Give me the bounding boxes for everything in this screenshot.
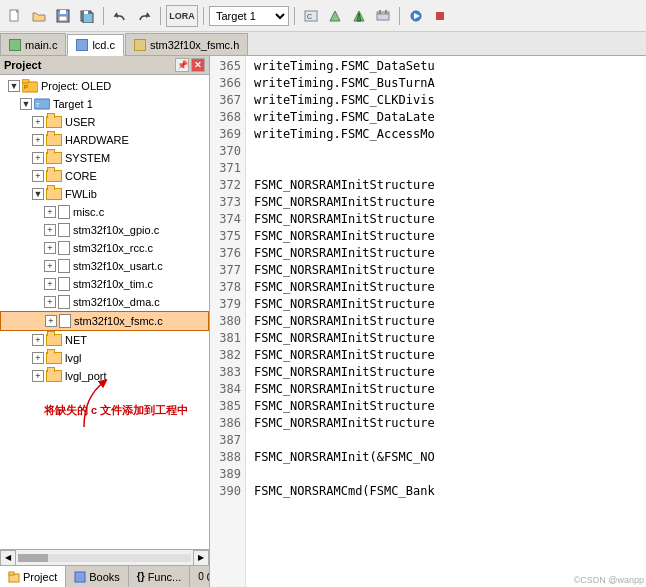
tree-file-misc-c[interactable]: + misc.c [0, 203, 209, 221]
code-line-390: FSMC_NORSRAMCmd(FSMC_Bank [254, 483, 638, 500]
save-all-button[interactable] [76, 5, 98, 27]
usart-expand-icon[interactable]: + [44, 260, 56, 272]
new-button[interactable] [4, 5, 26, 27]
system-expand-icon[interactable]: + [32, 152, 44, 164]
tree-file-fsmc-c[interactable]: + stm32f10x_fsmc.c [0, 311, 209, 331]
lvgl-folder-label: lvgl [65, 350, 82, 366]
tab-fsmc-h[interactable]: stm32f10x_fsmc.h [125, 33, 248, 55]
separator-1 [103, 7, 104, 25]
scroll-right-button[interactable]: ▶ [193, 550, 209, 566]
fwlib-expand-icon[interactable]: ▼ [32, 188, 44, 200]
scroll-thumb[interactable] [18, 554, 48, 562]
stop-button[interactable] [429, 5, 451, 27]
dma-expand-icon[interactable]: + [44, 296, 56, 308]
line-num-376: 376 [214, 245, 241, 262]
hardware-expand-icon[interactable]: + [32, 134, 44, 146]
misc-c-label: misc.c [73, 204, 104, 220]
tree-folder-core[interactable]: + CORE [0, 167, 209, 185]
fwlib-folder-icon [46, 188, 62, 200]
code-line-381: FSMC_NORSRAMInitStructure [254, 330, 638, 347]
zero-tab-icon: 0 [198, 571, 204, 582]
user-folder-icon [46, 116, 62, 128]
scroll-track[interactable] [18, 554, 191, 562]
fsmc-expand-icon[interactable]: + [45, 315, 57, 327]
debug-button[interactable] [405, 5, 427, 27]
bottom-tab-project[interactable]: Project [0, 566, 66, 587]
tab-main-c[interactable]: main.c [0, 33, 66, 55]
code-view[interactable]: 365 366 367 368 369 370 371 372 373 374 … [210, 56, 646, 587]
tab-lcd-c[interactable]: lcd.c [67, 34, 124, 56]
code-line-380: FSMC_NORSRAMInitStructure [254, 313, 638, 330]
misc-expand-icon[interactable]: + [44, 206, 56, 218]
tab-icon-lcd-c [76, 39, 88, 51]
lvgl-expand-icon[interactable]: + [32, 352, 44, 364]
bottom-tab-zero[interactable]: 0 0... [190, 566, 210, 587]
target1-expand-icon[interactable]: ▼ [20, 98, 32, 110]
tab-icon-main-c [9, 39, 21, 51]
rebuild-button[interactable] [348, 5, 370, 27]
lvgl-port-expand-icon[interactable]: + [32, 370, 44, 382]
code-line-376: FSMC_NORSRAMInitStructure [254, 245, 638, 262]
user-expand-icon[interactable]: + [32, 116, 44, 128]
dma-c-label: stm32f10x_dma.c [73, 294, 160, 310]
tim-expand-icon[interactable]: + [44, 278, 56, 290]
books-tab-icon [74, 571, 86, 583]
gpio-expand-icon[interactable]: + [44, 224, 56, 236]
svg-rect-2 [60, 10, 66, 14]
svg-rect-17 [385, 10, 387, 14]
panel-close-button[interactable]: ✕ [191, 58, 205, 72]
open-button[interactable] [28, 5, 50, 27]
line-num-368: 368 [214, 109, 241, 126]
code-line-375: FSMC_NORSRAMInitStructure [254, 228, 638, 245]
tree-target-1[interactable]: ▼ T Target 1 [0, 95, 209, 113]
tree-file-gpio-c[interactable]: + stm32f10x_gpio.c [0, 221, 209, 239]
code-content[interactable]: writeTiming.FSMC_DataSetu writeTiming.FS… [246, 56, 646, 587]
code-line-371 [254, 160, 638, 177]
tab-label-main-c: main.c [25, 39, 57, 51]
line-num-389: 389 [214, 466, 241, 483]
tree-root[interactable]: ▼ P Project: OLED [0, 77, 209, 95]
rcc-expand-icon[interactable]: + [44, 242, 56, 254]
watermark: ©CSDN @wanpp [574, 575, 644, 585]
root-expand-icon[interactable]: ▼ [8, 80, 20, 92]
tree-file-usart-c[interactable]: + stm32f10x_usart.c [0, 257, 209, 275]
tree-folder-hardware[interactable]: + HARDWARE [0, 131, 209, 149]
redo-button[interactable] [133, 5, 155, 27]
tree-file-dma-c[interactable]: + stm32f10x_dma.c [0, 293, 209, 311]
project-header: Project 📌 ✕ [0, 56, 209, 75]
tree-folder-lvgl[interactable]: + lvgl [0, 349, 209, 367]
project-tab-icon [8, 571, 20, 583]
project-root-label: Project: OLED [41, 78, 111, 94]
code-line-373: FSMC_NORSRAMInitStructure [254, 194, 638, 211]
undo-button[interactable] [109, 5, 131, 27]
line-num-390: 390 [214, 483, 241, 500]
core-expand-icon[interactable]: + [32, 170, 44, 182]
bottom-tab-func[interactable]: {} Func... [129, 566, 190, 587]
bottom-tab-books[interactable]: Books [66, 566, 129, 587]
system-folder-label: SYSTEM [65, 150, 110, 166]
translate-button[interactable]: C [300, 5, 322, 27]
build-button[interactable] [324, 5, 346, 27]
code-line-385: FSMC_NORSRAMInitStructure [254, 398, 638, 415]
tree-folder-system[interactable]: + SYSTEM [0, 149, 209, 167]
tree-file-tim-c[interactable]: + stm32f10x_tim.c [0, 275, 209, 293]
line-num-388: 388 [214, 449, 241, 466]
tree-folder-net[interactable]: + NET [0, 331, 209, 349]
target-select[interactable]: Target 1 [209, 6, 289, 26]
save-button[interactable] [52, 5, 74, 27]
code-line-383: FSMC_NORSRAMInitStructure [254, 364, 638, 381]
usart-c-label: stm32f10x_usart.c [73, 258, 163, 274]
tree-file-rcc-c[interactable]: + stm32f10x_rcc.c [0, 239, 209, 257]
net-expand-icon[interactable]: + [32, 334, 44, 346]
tree-folder-fwlib[interactable]: ▼ FWLib [0, 185, 209, 203]
project-horizontal-scrollbar[interactable]: ◀ ▶ [0, 549, 209, 565]
tree-folder-user[interactable]: + USER [0, 113, 209, 131]
separator-5 [399, 7, 400, 25]
line-num-374: 374 [214, 211, 241, 228]
panel-pin-button[interactable]: 📌 [175, 58, 189, 72]
settings-button[interactable] [372, 5, 394, 27]
scroll-left-button[interactable]: ◀ [0, 550, 16, 566]
tab-bar: main.c lcd.c stm32f10x_fsmc.h [0, 32, 646, 56]
line-num-381: 381 [214, 330, 241, 347]
misc-file-icon [58, 205, 70, 219]
